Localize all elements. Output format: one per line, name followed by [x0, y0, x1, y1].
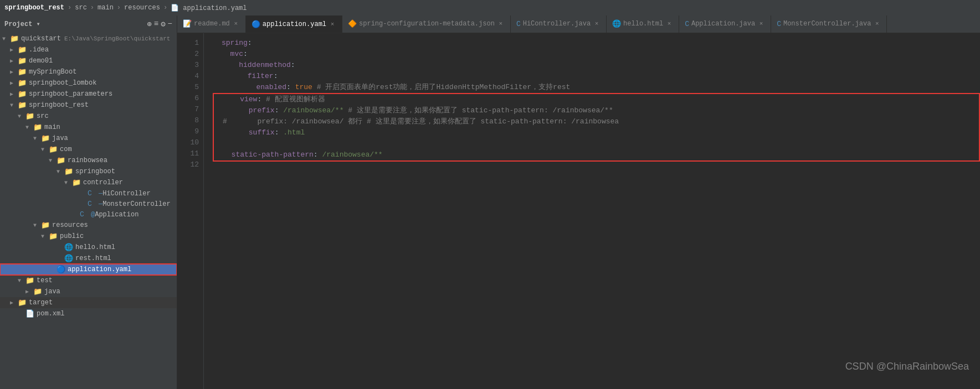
path-main: main [98, 4, 114, 12]
sidebar-item-rest-html[interactable]: 🌐 rest.html [0, 253, 177, 264]
tree-root[interactable]: ▼ 📁 quickstart E:\Java\SpringBoot\quicks… [0, 33, 177, 44]
code-line-11: static-path-pattern: /rainbowsea/** [214, 149, 979, 160]
code-line-3: hiddenmethod: [213, 60, 980, 71]
main-arrow: ▼ [25, 125, 33, 131]
tabs-bar: 📝 readme.md × 🔵 application.yaml × 🔶 spr… [177, 15, 980, 33]
val-true: true [295, 83, 312, 91]
ln-2: 2 [182, 49, 199, 60]
idea-arrow: ▶ [10, 46, 18, 53]
ln-11: 11 [182, 148, 199, 159]
collapse-icon[interactable]: ≡ [154, 19, 158, 29]
myspringboot-icon: 📁 [18, 68, 28, 76]
main-label: main [44, 123, 60, 131]
springboot-pkg-label: springboot [75, 168, 115, 175]
application-label: Application [95, 211, 138, 219]
ln-1: 1 [182, 38, 199, 49]
java-folder-icon: 📁 [41, 134, 51, 143]
sidebar-tree[interactable]: ▼ 📁 quickstart E:\Java\SpringBoot\quicks… [0, 32, 177, 389]
hello-close[interactable]: × [665, 20, 673, 27]
sidebar-item-rainbowsea[interactable]: ▼ 📁 rainbowsea [0, 155, 177, 166]
lombok-label: springboot_lombok [29, 79, 96, 87]
settings-icon[interactable]: ⚙ [161, 19, 165, 29]
sidebar-item-springboot-pkg[interactable]: ▼ 📁 springboot [0, 166, 177, 177]
sidebar-item-test[interactable]: ▼ 📁 test [0, 275, 177, 286]
sidebar-item-public[interactable]: ▼ 📁 public [0, 231, 177, 242]
sidebar-item-idea[interactable]: ▶ 📁 .idea [0, 44, 177, 55]
rest-icon: 📁 [18, 101, 28, 110]
ln-4: 4 [182, 71, 199, 82]
sidebar-item-parameters[interactable]: ▶ 📁 springboot_parameters [0, 89, 177, 100]
kw-hiddenmethod: hiddenmethod [239, 61, 291, 69]
sidebar-item-com[interactable]: ▼ 📁 com [0, 144, 177, 155]
main-icon: 📁 [33, 123, 43, 132]
locate-icon[interactable]: ⊕ [147, 19, 151, 29]
tab-application-java[interactable]: C Application.java × [679, 15, 771, 33]
tab-hicontroller[interactable]: C HiController.java × [511, 15, 607, 33]
minimize-icon[interactable]: − [168, 19, 172, 29]
ln-8: 8 [182, 115, 199, 126]
editor-outer: 📝 readme.md × 🔵 application.yaml × 🔶 spr… [177, 15, 980, 389]
idea-folder-icon: 📁 [18, 45, 28, 54]
sidebar-item-application[interactable]: C @ Application [0, 209, 177, 220]
src-arrow: ▼ [18, 113, 25, 120]
demo01-icon: 📁 [18, 56, 28, 65]
comment-7: # 这里是需要注意，如果你配置了 static-path-pattern: /r… [343, 106, 613, 115]
hi-close[interactable]: × [593, 20, 601, 27]
sidebar-item-pom[interactable]: 📄 pom.xml [0, 308, 177, 319]
sidebar-item-hicontroller[interactable]: C — HiController [0, 188, 177, 199]
test-java-label: java [44, 288, 60, 295]
sidebar-item-target[interactable]: ▶ 📁 target [0, 297, 177, 308]
code-content[interactable]: spring: mvc: hiddenmethod: filter: enabl… [213, 33, 980, 389]
tab-monstercontroller[interactable]: C MonsterController.java × [771, 15, 887, 33]
sidebar-item-hello-html[interactable]: 🌐 hello.html [0, 242, 177, 253]
code-line-4: filter: [213, 71, 980, 82]
sidebar-item-rest[interactable]: ▼ 📁 springboot_rest [0, 100, 177, 111]
src-icon: 📁 [25, 112, 35, 121]
myspringboot-arrow: ▶ [10, 69, 18, 75]
code-line-9: suffix: .html [214, 127, 979, 138]
monster-dot: — [99, 200, 102, 208]
root-arrow: ▼ [2, 36, 10, 42]
application-icon: C [80, 210, 90, 219]
appjava-close[interactable]: × [757, 20, 765, 27]
config-close[interactable]: × [497, 20, 505, 27]
val-prefix1: /rainbowsea/** [283, 106, 343, 115]
sidebar-item-controller[interactable]: ▼ 📁 controller [0, 177, 177, 188]
sidebar-item-application-yaml[interactable]: 🔵 application.yaml [0, 264, 177, 275]
monster-close[interactable]: × [873, 20, 881, 27]
sidebar-item-demo01[interactable]: ▶ 📁 demo01 [0, 55, 177, 66]
demo01-arrow: ▶ [10, 58, 18, 64]
sidebar-item-myspringboot[interactable]: ▶ 📁 mySpringBoot [0, 66, 177, 77]
sidebar-item-test-java[interactable]: ▶ 📁 java [0, 286, 177, 297]
code-line-10 [214, 138, 979, 149]
code-editor[interactable]: 1 2 3 4 5 6 7 8 9 10 11 12 spring: mvc: [177, 33, 980, 389]
yaml-close[interactable]: × [329, 21, 336, 28]
tab-hello-label: hello.html [623, 20, 663, 28]
test-label: test [37, 277, 53, 284]
app-dot: @ [91, 211, 95, 219]
readme-close[interactable]: × [232, 20, 240, 27]
tab-application-yaml[interactable]: 🔵 application.yaml × [246, 15, 342, 33]
tab-readme-label: readme.md [194, 20, 230, 28]
tab-hello-html[interactable]: 🌐 hello.html × [607, 15, 679, 33]
sidebar-item-java[interactable]: ▼ 📁 java [0, 133, 177, 144]
controller-icon: 📁 [72, 178, 82, 187]
sidebar-item-resources[interactable]: ▼ 📁 resources [0, 220, 177, 231]
ln-5: 5 [182, 82, 199, 93]
controller-label: controller [83, 179, 123, 186]
public-label: public [60, 232, 84, 240]
tab-readme[interactable]: 📝 readme.md × [177, 15, 246, 33]
sidebar-item-src[interactable]: ▼ 📁 src [0, 111, 177, 122]
tab-spring-config[interactable]: 🔶 spring-configuration-metadata.json × [342, 15, 511, 33]
path-src: src [75, 4, 87, 12]
resources-arrow: ▼ [33, 222, 41, 229]
sidebar: Project ▾ ⊕ ≡ ⚙ − ▼ 📁 quickstart E:\Java… [0, 15, 177, 389]
sidebar-item-lombok[interactable]: ▶ 📁 springboot_lombok [0, 77, 177, 89]
sidebar-header-icons: ⊕ ≡ ⚙ − [147, 19, 172, 29]
sidebar-item-main[interactable]: ▼ 📁 main [0, 122, 177, 133]
sidebar-item-monstercontroller[interactable]: C — MonsterController [0, 199, 177, 209]
gutter [204, 33, 213, 389]
hello-html-icon: 🌐 [64, 243, 74, 252]
main-layout: Project ▾ ⊕ ≡ ⚙ − ▼ 📁 quickstart E:\Java… [0, 15, 980, 389]
monster-tab-icon: C [777, 20, 781, 28]
